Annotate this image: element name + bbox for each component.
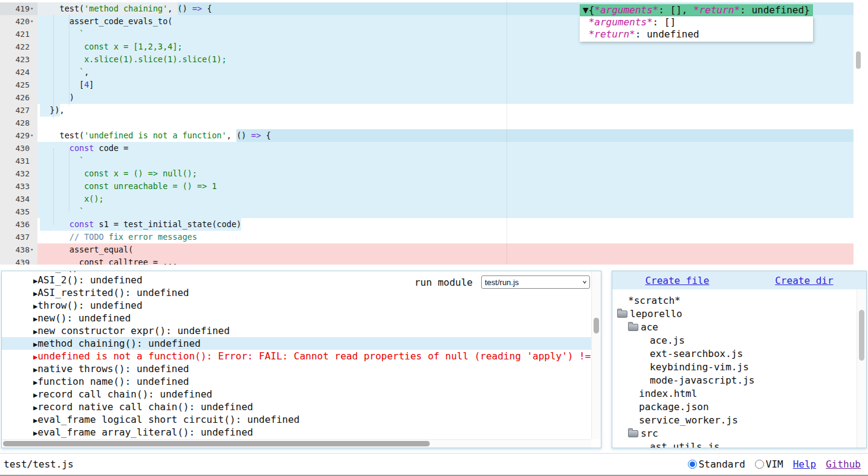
code-line-content[interactable]: ) — [37, 91, 853, 104]
tree-folder-item[interactable]: leporello — [612, 307, 857, 321]
radio-button[interactable] — [688, 460, 697, 469]
fold-caret-icon[interactable]: ▾ — [30, 243, 37, 256]
code-line-content[interactable]: [4] — [37, 79, 853, 91]
test-result-item[interactable]: ▶record call chain(): undefined — [2, 388, 591, 400]
code-line-content[interactable]: x(); — [37, 193, 853, 205]
gutter-line-number: 427 — [0, 104, 37, 117]
tree-file-item[interactable]: keybinding-vim.js — [612, 361, 857, 374]
leporello-app: 419▾ test('method chaining', () => {420▾… — [0, 0, 868, 476]
code-line[interactable]: 427 }), — [0, 104, 853, 117]
code-line-content[interactable]: const calltree = ... — [37, 256, 853, 265]
create-dir-link[interactable]: Create dir — [775, 275, 833, 286]
help-link[interactable]: Help — [793, 458, 817, 470]
gutter-line-number: 426 — [0, 91, 37, 104]
code-line[interactable]: 433 const unreachable = () => 1 — [0, 180, 853, 193]
gutter-line-number: 422 — [0, 40, 37, 53]
tree-file-item[interactable]: index.html — [612, 387, 857, 400]
code-line[interactable]: 422 const x = [1,2,3,4]; — [0, 40, 853, 53]
value-inspector-tooltip: ▼{*arguments*: [], *return*: undefined} … — [580, 4, 813, 42]
code-line-content[interactable]: const x = [1,2,3,4]; — [37, 40, 853, 53]
code-line-content[interactable] — [37, 117, 853, 129]
code-line-content[interactable]: const s1 = test_initial_state(code) — [37, 218, 853, 231]
code-line[interactable]: 425 [4] — [0, 79, 853, 91]
test-result-item[interactable]: ▶record native call chain(): undefined — [2, 400, 591, 413]
test-result-item[interactable]: ▶eval_frame logical short circuit(): und… — [2, 413, 591, 426]
fold-caret-icon[interactable]: ▾ — [30, 2, 37, 15]
code-line-content[interactable]: const code = — [37, 142, 853, 155]
tree-file-item[interactable]: ace.js — [612, 334, 857, 347]
code-line-content[interactable]: // TODO fix error messages — [37, 231, 853, 243]
test-result-item[interactable]: ▶new(): undefined — [2, 312, 591, 324]
code-line[interactable]: 437 // TODO fix error messages — [0, 231, 853, 243]
gutter-line-number: 436 — [0, 218, 37, 231]
results-vertical-scrollbar-thumb[interactable] — [594, 318, 599, 333]
fold-caret-icon[interactable]: ▾ — [30, 15, 37, 28]
code-line-content[interactable]: test('undefined is not a function', () =… — [37, 129, 853, 142]
create-file-link[interactable]: Create file — [645, 275, 709, 286]
gutter-line-number: 433 — [0, 180, 37, 193]
code-line[interactable]: 430 const code = — [0, 142, 853, 155]
tree-file-item[interactable]: package.json — [612, 400, 857, 414]
folder-icon — [628, 430, 638, 437]
code-line-content[interactable]: const x = () => null(); — [37, 167, 853, 180]
code-line[interactable]: 434 x(); — [0, 193, 853, 205]
radio-label: VIM — [766, 458, 783, 470]
tree-file-item[interactable]: *scratch* — [612, 294, 857, 307]
gutter-line-number: 423 — [0, 53, 37, 66]
code-line[interactable]: 423 x.slice(1).slice(1).slice(1); — [0, 53, 853, 66]
tree-file-item[interactable]: service_worker.js — [612, 414, 857, 427]
results-horizontal-scrollbar-thumb[interactable] — [3, 441, 430, 446]
tree-file-item[interactable]: ext-searchbox.js — [612, 347, 857, 361]
gutter-line-number: 430 — [0, 142, 37, 155]
test-result-item[interactable]: ▶eval_frame array_literal(): undefined — [2, 426, 591, 439]
test-result-item[interactable]: ▶new constructor expr(): undefined — [2, 324, 591, 337]
code-line[interactable]: 424 `, — [0, 66, 853, 79]
code-line[interactable]: 435 ` — [0, 205, 853, 218]
keybinding-radio-vim[interactable]: VIM — [755, 458, 783, 470]
keybinding-radio-standard[interactable]: Standard — [688, 458, 745, 470]
radio-label: Standard — [699, 458, 745, 470]
code-line[interactable]: 438▾ assert_equal( — [0, 243, 853, 256]
code-line-content[interactable]: assert_equal( — [37, 243, 853, 256]
test-result-item[interactable]: ▶native throws(): undefined — [2, 362, 591, 375]
test-result-item[interactable]: ▶throw(): undefined — [2, 299, 591, 312]
test-result-item[interactable]: ▶undefined is not a function(): Error: F… — [2, 350, 591, 362]
code-line[interactable]: 426 ) — [0, 91, 853, 104]
gutter-line-number: 438▾ — [0, 243, 37, 256]
test-result-item[interactable]: ▶function name(): undefined — [2, 375, 591, 388]
code-line[interactable]: 428 — [0, 117, 853, 129]
code-line[interactable]: 439 const calltree = ... — [0, 256, 853, 265]
code-line-content[interactable]: ` — [37, 155, 853, 167]
radio-button[interactable] — [755, 460, 764, 469]
code-line[interactable]: 432 const x = () => null(); — [0, 167, 853, 180]
results-horizontal-scrollbar-track[interactable] — [2, 439, 591, 448]
github-link[interactable]: Github — [826, 458, 861, 470]
current-file-path: test/test.js — [0, 458, 74, 470]
tooltip-summary-row[interactable]: ▼{*arguments*: [], *return*: undefined} — [580, 4, 813, 16]
file-tree-header: Create file Create dir — [612, 271, 866, 289]
tree-file-item[interactable]: mode-javascript.js — [612, 374, 857, 387]
tree-vertical-scrollbar-thumb[interactable] — [859, 310, 864, 361]
code-line[interactable]: 436 const s1 = test_initial_state(code) — [0, 218, 853, 231]
tree-folder-item[interactable]: ace — [612, 321, 857, 334]
tree-folder-item[interactable]: src — [612, 427, 857, 440]
tooltip-expanded-body: *arguments*: [] *return*: undefined — [580, 16, 813, 42]
code-line-content[interactable]: }), — [37, 104, 853, 117]
tooltip-property-row[interactable]: *arguments*: [] — [583, 16, 810, 28]
code-line-content[interactable]: const unreachable = () => 1 — [37, 180, 853, 193]
tooltip-property-row[interactable]: *return*: undefined — [583, 28, 810, 40]
code-line-content[interactable]: `, — [37, 66, 853, 79]
tree-vertical-scrollbar-track[interactable] — [857, 289, 866, 448]
code-line[interactable]: 431 ` — [0, 155, 853, 167]
run-module-label: run module — [415, 277, 473, 288]
code-line[interactable]: 429▾ test('undefined is not a function',… — [0, 129, 853, 142]
editor-vertical-scrollbar-thumb[interactable] — [856, 51, 861, 69]
test-result-item[interactable]: ▶method chaining(): undefined — [2, 337, 591, 350]
code-line-content[interactable]: ` — [37, 205, 853, 218]
results-vertical-scrollbar-track[interactable] — [591, 271, 601, 439]
tree-file-item[interactable]: ast_utils.js — [612, 440, 857, 448]
gutter-line-number: 437 — [0, 231, 37, 243]
fold-caret-icon[interactable]: ▾ — [30, 129, 37, 142]
run-module-select[interactable]: test/run.js — [481, 275, 590, 289]
code-line-content[interactable]: x.slice(1).slice(1).slice(1); — [37, 53, 853, 66]
